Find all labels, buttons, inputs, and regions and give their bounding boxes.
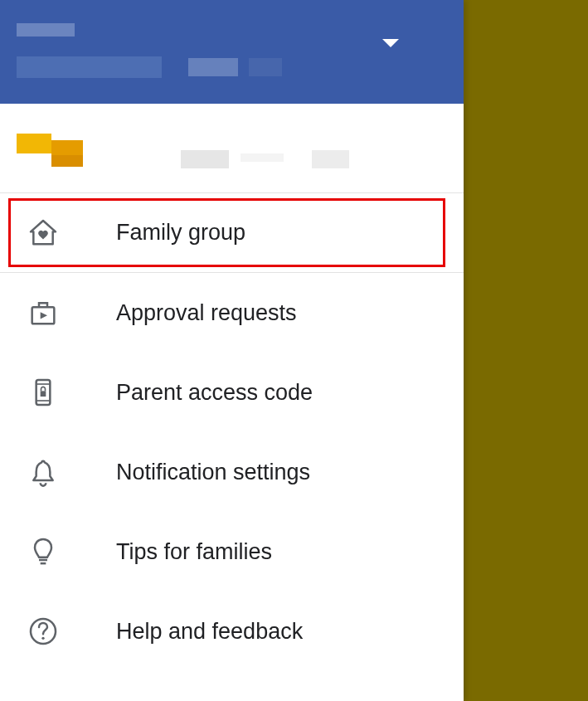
svg-rect-4 bbox=[41, 391, 46, 397]
menu-item-tips-for-families[interactable]: Tips for families bbox=[0, 512, 464, 591]
home-heart-icon bbox=[25, 215, 61, 251]
menu-item-approval-requests[interactable]: Approval requests bbox=[0, 273, 464, 353]
account-row[interactable] bbox=[0, 104, 464, 193]
header-placeholder bbox=[188, 58, 238, 76]
header-placeholder bbox=[17, 23, 75, 37]
phone-lock-icon bbox=[25, 374, 61, 411]
svg-point-8 bbox=[41, 637, 44, 640]
menu-item-help-feedback[interactable]: Help and feedback bbox=[0, 591, 464, 671]
help-circle-icon bbox=[25, 613, 61, 650]
account-dropdown-toggle[interactable] bbox=[381, 38, 400, 50]
account-placeholder bbox=[312, 150, 349, 168]
menu-item-label: Tips for families bbox=[116, 539, 272, 565]
account-placeholder bbox=[181, 150, 229, 168]
chevron-down-icon bbox=[381, 38, 400, 50]
navigation-drawer: Family group Approval requests Parent ac… bbox=[0, 0, 464, 701]
menu-item-label: Help and feedback bbox=[116, 619, 303, 645]
menu-item-family-group[interactable]: Family group bbox=[0, 193, 464, 273]
drawer-header bbox=[0, 0, 464, 104]
bell-icon bbox=[25, 454, 61, 490]
menu-item-parent-access-code[interactable]: Parent access code bbox=[0, 353, 464, 432]
lightbulb-icon bbox=[25, 533, 61, 570]
account-avatar bbox=[17, 129, 83, 168]
menu-item-label: Parent access code bbox=[116, 380, 313, 406]
menu-item-label: Approval requests bbox=[116, 300, 297, 326]
menu-item-label: Notification settings bbox=[116, 460, 310, 485]
header-placeholder bbox=[17, 56, 162, 78]
header-placeholder bbox=[249, 58, 282, 76]
briefcase-play-icon bbox=[25, 295, 61, 331]
account-placeholder bbox=[241, 153, 284, 162]
menu-item-label: Family group bbox=[116, 220, 245, 246]
menu-item-notification-settings[interactable]: Notification settings bbox=[0, 432, 464, 512]
background-panel bbox=[464, 0, 588, 701]
